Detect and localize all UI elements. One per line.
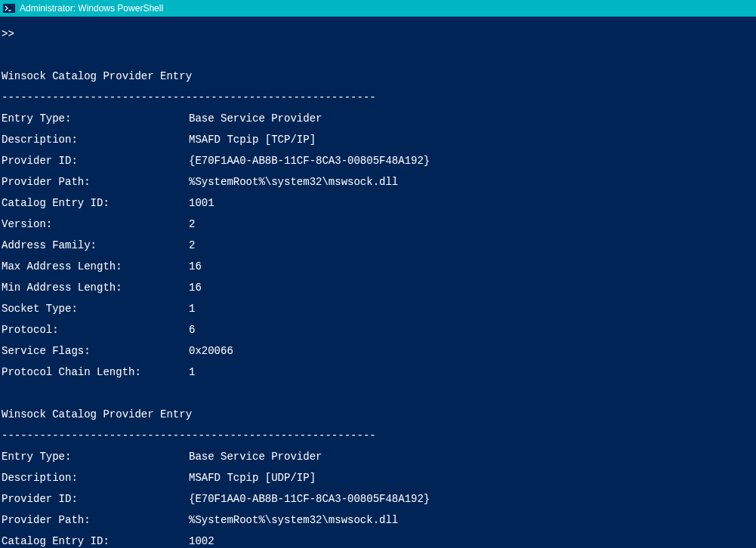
output-row: Max Address Length:16: [2, 261, 756, 272]
field-value: %SystemRoot%\system32\mswsock.dll: [189, 515, 398, 525]
field-label: Description:: [2, 134, 189, 145]
field-label: Provider ID:: [2, 494, 189, 504]
separator: ----------------------------------------…: [2, 430, 756, 441]
output-row: Catalog Entry ID:1002: [2, 536, 756, 546]
field-value: 6: [189, 325, 195, 335]
field-label: Min Address Length:: [2, 282, 189, 293]
field-label: Max Address Length:: [2, 261, 189, 272]
field-value: 1: [189, 367, 195, 377]
field-label: Description:: [2, 473, 189, 483]
field-value: {E70F1AA0-AB8B-11CF-8CA3-00805F48A192}: [189, 155, 430, 166]
section-header: Winsock Catalog Provider Entry: [2, 71, 756, 82]
terminal-output[interactable]: >> Winsock Catalog Provider Entry ------…: [0, 17, 756, 548]
field-label: Entry Type:: [2, 451, 189, 462]
separator: ----------------------------------------…: [2, 92, 756, 103]
field-value: 16: [189, 282, 202, 293]
field-label: Provider Path:: [2, 515, 189, 525]
output-row: Description:MSAFD Tcpip [UDP/IP]: [2, 473, 756, 483]
field-label: Provider ID:: [2, 155, 189, 166]
field-label: Catalog Entry ID:: [2, 198, 189, 208]
field-value: 1001: [189, 198, 214, 208]
field-value: 0x20066: [189, 346, 233, 356]
field-label: Address Family:: [2, 240, 189, 251]
output-row: Catalog Entry ID:1001: [2, 198, 756, 208]
output-row: Entry Type:Base Service Provider: [2, 451, 756, 462]
field-value: Base Service Provider: [189, 451, 322, 462]
field-value: MSAFD Tcpip [UDP/IP]: [189, 473, 316, 483]
output-row: Entry Type:Base Service Provider: [2, 113, 756, 124]
svg-rect-0: [3, 4, 15, 13]
output-row: Version:2: [2, 219, 756, 229]
field-label: Socket Type:: [2, 303, 189, 314]
field-label: Protocol:: [2, 325, 189, 335]
output-row: Socket Type:1: [2, 303, 756, 314]
field-value: MSAFD Tcpip [TCP/IP]: [189, 134, 316, 145]
window-title: Administrator: Windows PowerShell: [20, 3, 163, 14]
field-value: 1: [189, 303, 195, 314]
output-row: Service Flags:0x20066: [2, 346, 756, 356]
powershell-icon: [3, 2, 15, 14]
output-row: Provider Path:%SystemRoot%\system32\msws…: [2, 177, 756, 187]
field-label: Entry Type:: [2, 113, 189, 124]
field-label: Catalog Entry ID:: [2, 536, 189, 546]
field-value: 2: [189, 240, 195, 251]
field-value: 1002: [189, 536, 214, 546]
title-bar[interactable]: Administrator: Windows PowerShell: [0, 0, 756, 17]
field-value: {E70F1AA0-AB8B-11CF-8CA3-00805F48A192}: [189, 494, 430, 504]
output-row: Provider ID:{E70F1AA0-AB8B-11CF-8CA3-008…: [2, 155, 756, 166]
field-label: Protocol Chain Length:: [2, 367, 189, 377]
field-value: 2: [189, 219, 195, 229]
output-row: Address Family:2: [2, 240, 756, 251]
prompt: >>: [2, 29, 756, 39]
field-label: Version:: [2, 219, 189, 229]
output-row: Protocol:6: [2, 325, 756, 335]
field-value: %SystemRoot%\system32\mswsock.dll: [189, 177, 398, 187]
output-row: Protocol Chain Length:1: [2, 367, 756, 377]
section-header: Winsock Catalog Provider Entry: [2, 409, 756, 420]
output-row: Min Address Length:16: [2, 282, 756, 293]
output-row: Provider ID:{E70F1AA0-AB8B-11CF-8CA3-008…: [2, 494, 756, 504]
field-value: Base Service Provider: [189, 113, 322, 124]
field-value: 16: [189, 261, 202, 272]
field-label: Service Flags:: [2, 346, 189, 356]
field-label: Provider Path:: [2, 177, 189, 187]
output-row: Description:MSAFD Tcpip [TCP/IP]: [2, 134, 756, 145]
output-row: Provider Path:%SystemRoot%\system32\msws…: [2, 515, 756, 525]
